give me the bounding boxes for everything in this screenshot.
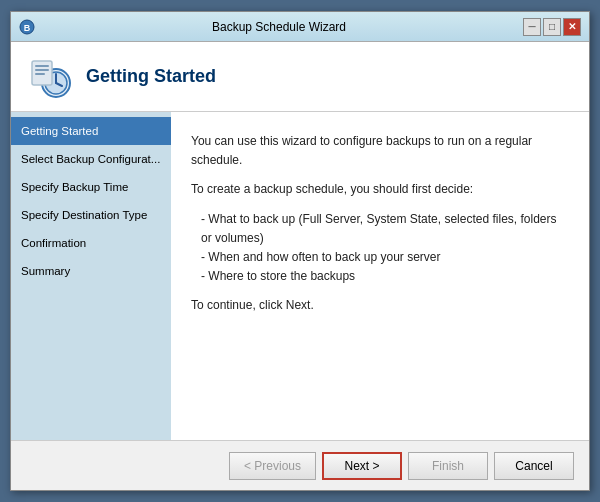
content-bullets: What to back up (Full Server, System Sta…: [201, 210, 569, 287]
svg-rect-8: [35, 65, 49, 67]
title-bar: B Backup Schedule Wizard ─ □ ✕: [11, 12, 589, 42]
sidebar-item-specify-dest[interactable]: Specify Destination Type: [11, 201, 171, 229]
app-icon: B: [19, 19, 35, 35]
window-controls: ─ □ ✕: [523, 18, 581, 36]
wizard-sidebar: Getting Started Select Backup Configurat…: [11, 112, 171, 440]
wizard-footer: < Previous Next > Finish Cancel: [11, 440, 589, 490]
content-paragraph-2: To create a backup schedule, you should …: [191, 180, 569, 199]
wizard-window: B Backup Schedule Wizard ─ □ ✕: [10, 11, 590, 491]
wizard-icon: [26, 53, 74, 101]
sidebar-item-confirmation[interactable]: Confirmation: [11, 229, 171, 257]
previous-button[interactable]: < Previous: [229, 452, 316, 480]
maximize-button[interactable]: □: [543, 18, 561, 36]
content-paragraph-1: You can use this wizard to configure bac…: [191, 132, 569, 170]
next-button[interactable]: Next >: [322, 452, 402, 480]
sidebar-item-getting-started[interactable]: Getting Started: [11, 117, 171, 145]
bullet-item-3: Where to store the backups: [201, 267, 569, 286]
sidebar-item-select-backup[interactable]: Select Backup Configurat...: [11, 145, 171, 173]
page-title: Getting Started: [86, 66, 216, 87]
wizard-content: You can use this wizard to configure bac…: [171, 112, 589, 440]
window-title: Backup Schedule Wizard: [35, 20, 523, 34]
sidebar-item-summary[interactable]: Summary: [11, 257, 171, 285]
wizard-body: Getting Started Select Backup Configurat…: [11, 112, 589, 440]
minimize-button[interactable]: ─: [523, 18, 541, 36]
close-button[interactable]: ✕: [563, 18, 581, 36]
svg-rect-10: [35, 73, 45, 75]
svg-text:B: B: [24, 23, 31, 33]
cancel-button[interactable]: Cancel: [494, 452, 574, 480]
bullet-item-2: When and how often to back up your serve…: [201, 248, 569, 267]
finish-button[interactable]: Finish: [408, 452, 488, 480]
sidebar-item-specify-time[interactable]: Specify Backup Time: [11, 173, 171, 201]
wizard-header: Getting Started: [11, 42, 589, 112]
svg-rect-9: [35, 69, 49, 71]
bullet-item-1: What to back up (Full Server, System Sta…: [201, 210, 569, 248]
content-paragraph-3: To continue, click Next.: [191, 296, 569, 315]
